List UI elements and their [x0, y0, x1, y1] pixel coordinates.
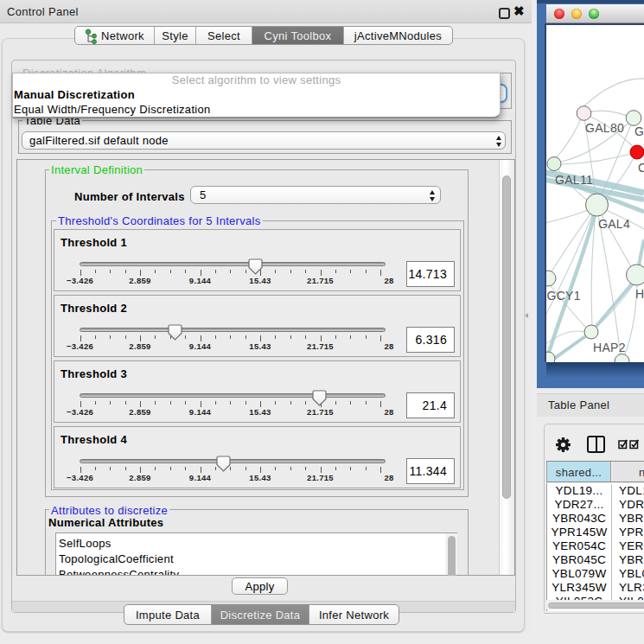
svg-text:GAL4: GAL4	[598, 217, 630, 231]
svg-text:GAL80: GAL80	[585, 121, 624, 135]
svg-text:C: C	[638, 161, 644, 175]
svg-text:GAL11: GAL11	[555, 173, 593, 187]
svg-text:HAP2: HAP2	[593, 341, 626, 354]
svg-text:H: H	[635, 287, 644, 301]
svg-text:GA: GA	[634, 124, 644, 138]
svg-text:GCY1: GCY1	[547, 289, 581, 303]
